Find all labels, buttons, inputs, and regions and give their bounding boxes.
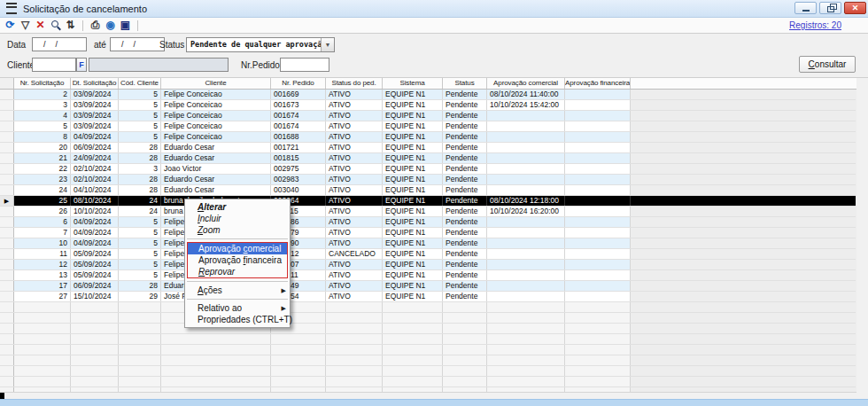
table-row[interactable]: 2715/10/202429José P003154ATIVOEQUIPE N1…: [0, 292, 856, 302]
table-row[interactable]: 804/09/20245Felipe Conceicao001688ATIVOE…: [0, 132, 856, 143]
row-gutter: [0, 355, 14, 365]
clear-filter-icon[interactable]: ✕: [33, 19, 48, 32]
column-header-dt_solicitacao[interactable]: Dt. Solicitação: [71, 78, 119, 89]
table-row[interactable]: 2202/10/20243Joao Victor002975ATIVOEQUIP…: [0, 164, 856, 175]
menu-item-zoom[interactable]: Zoom: [185, 224, 290, 236]
status-select[interactable]: Pendente de qualquer aprovação ▼: [186, 37, 335, 52]
table-row[interactable]: 203/09/20245Felipe Conceicao001669ATIVOE…: [0, 90, 856, 100]
table-row[interactable]: 1105/09/20245Felipe Conceicao001712CANCE…: [0, 249, 856, 260]
menu-item-acoes[interactable]: Ações▶: [185, 285, 290, 296]
column-header-nr_pedido[interactable]: Nr. Pedido: [271, 78, 326, 89]
date-from-input[interactable]: [32, 37, 87, 51]
column-header-status[interactable]: Status: [443, 78, 487, 89]
menu-item-propriedades[interactable]: Propriedades (CTRL+T): [185, 314, 290, 325]
table-row[interactable]: 1305/09/20245Felipe Conceicao001711ATIVO…: [0, 270, 856, 281]
table-row[interactable]: 2124/09/202428Eduardo Cesar001815ATIVOEQ…: [0, 153, 856, 164]
table-row[interactable]: 2404/10/202428Eduardo Cesar003040ATIVOEQ…: [0, 185, 856, 196]
cell-nr_solicitacao: 27: [14, 292, 71, 301]
column-header-status_ped[interactable]: Status do ped.: [326, 78, 383, 89]
row-gutter: [0, 334, 14, 344]
empty-cell: [443, 377, 487, 386]
empty-cell: [119, 313, 161, 323]
cell-nr_pedido: 001669: [271, 90, 326, 99]
cell-sistema: EQUIPE N1: [383, 270, 443, 280]
empty-cell: [487, 355, 565, 365]
column-header-cliente[interactable]: Cliente: [161, 78, 271, 89]
cell-sistema: EQUIPE N1: [383, 196, 443, 206]
menu-item-alterar[interactable]: Alterar: [185, 201, 290, 213]
table-row[interactable]: 2006/09/202428Eduardo Cesar001721ATIVOEQ…: [0, 143, 856, 153]
table-row[interactable]: 403/09/20245Felipe Conceicao001674ATIVOE…: [0, 111, 856, 121]
empty-row: [0, 324, 856, 334]
cell-status_ped: ATIVO: [326, 281, 383, 291]
table-row[interactable]: 604/09/20245Felipe Conceicao001686ATIVOE…: [0, 217, 856, 228]
cell-status_ped: ATIVO: [326, 196, 383, 206]
refresh-icon[interactable]: ⟳: [3, 19, 18, 32]
column-header-sistema[interactable]: Sistema: [383, 78, 443, 89]
zoom-icon[interactable]: [48, 19, 63, 32]
table-row[interactable]: 1706/09/202428Eduardo Cesar002449ATIVOEQ…: [0, 281, 856, 292]
chevron-down-icon[interactable]: ▼: [321, 38, 334, 51]
empty-row: [0, 334, 856, 345]
cliente-code-input[interactable]: [32, 58, 76, 72]
cell-cod_cliente: 24: [119, 196, 161, 206]
table-row[interactable]: 503/09/20245Felipe Conceicao001674ATIVOE…: [0, 121, 856, 132]
menu-item-relativo-ao[interactable]: Relativo ao▶: [185, 302, 290, 314]
cell-aprovacao_financeira: [565, 185, 631, 195]
restore-button[interactable]: [819, 2, 841, 14]
cell-cod_cliente: 5: [119, 270, 161, 280]
nr-pedido-input[interactable]: [280, 58, 329, 72]
horizontal-scrollbar[interactable]: [0, 392, 856, 399]
cell-nr_pedido: 002983: [271, 175, 326, 184]
menu-item-aprovacao-financeira[interactable]: Aprovação financeira: [188, 254, 287, 266]
table-row[interactable]: 2302/10/202428Eduardo Cesar002983ATIVOEQ…: [0, 175, 856, 185]
cell-aprovacao_comercial: [487, 111, 565, 121]
cell-aprovacao_comercial: [487, 185, 565, 195]
preview-icon[interactable]: ◉: [103, 19, 118, 32]
ate-label: até: [94, 40, 106, 50]
print-icon[interactable]: ⎙: [88, 19, 103, 32]
empty-cell: [271, 377, 326, 386]
column-header-cod_cliente[interactable]: Cód. Cliente: [119, 78, 161, 89]
cliente-lookup-button[interactable]: F: [76, 58, 87, 72]
empty-cell: [71, 377, 119, 386]
sort-icon[interactable]: ⇅: [63, 19, 78, 32]
table-row[interactable]: 1205/09/20245Felipe Conceicao001707ATIVO…: [0, 260, 856, 270]
empty-cell: [271, 334, 326, 344]
cell-nr_pedido: 001688: [271, 132, 326, 142]
column-header-aprovacao_financeira[interactable]: Aprovação financeira: [565, 78, 631, 89]
menu-item-aprovacao-comercial[interactable]: Aprovação comercial: [188, 243, 287, 254]
date-to-input[interactable]: [110, 37, 165, 51]
hamburger-menu-icon[interactable]: [6, 3, 17, 14]
cell-dt_solicitacao: 03/09/2024: [71, 121, 119, 131]
cliente-name-field: [89, 58, 229, 72]
data-label: Data: [7, 40, 26, 50]
filter-icon[interactable]: ▽: [18, 19, 33, 32]
table-row[interactable]: 303/09/20245Felipe Conceicao001673ATIVOE…: [0, 100, 856, 111]
table-row[interactable]: 704/09/20245Felipe Conceicao001679ATIVOE…: [0, 228, 856, 238]
column-header-nr_solicitacao[interactable]: Nr. Solicitação: [14, 78, 71, 89]
empty-cell: [383, 355, 443, 365]
empty-cell: [14, 377, 71, 386]
consultar-button[interactable]: Consultar: [799, 56, 856, 73]
close-button[interactable]: [844, 2, 866, 14]
cell-aprovacao_comercial: [487, 292, 565, 301]
minimize-button[interactable]: [794, 2, 817, 14]
table-row[interactable]: 2610/10/202424bruna da silva belmont0031…: [0, 207, 856, 217]
cell-status_ped: ATIVO: [326, 121, 383, 131]
cell-aprovacao_financeira: [565, 207, 631, 216]
cell-aprovacao_financeira: [565, 132, 631, 142]
table-row[interactable]: 1004/09/20245Felipe Conceicao001690ATIVO…: [0, 238, 856, 249]
menu-item-reprovar[interactable]: Reprovar: [188, 266, 287, 277]
menu-item-incluir[interactable]: Incluir: [185, 213, 290, 224]
records-link[interactable]: Registros: 20: [789, 20, 841, 30]
column-header-aprovacao_comercial[interactable]: Aprovação comercial: [487, 78, 565, 89]
table-row[interactable]: ▶2508/10/202424bruna da silva belmont003…: [0, 196, 856, 207]
cell-nr_solicitacao: 5: [14, 121, 71, 131]
cell-cod_cliente: 5: [119, 249, 161, 259]
cell-nr_pedido: 001674: [271, 111, 326, 121]
cell-cod_cliente: 5: [119, 121, 161, 131]
save-icon[interactable]: ▣: [118, 19, 133, 32]
cell-aprovacao_financeira: [565, 121, 631, 131]
empty-cell: [383, 377, 443, 386]
